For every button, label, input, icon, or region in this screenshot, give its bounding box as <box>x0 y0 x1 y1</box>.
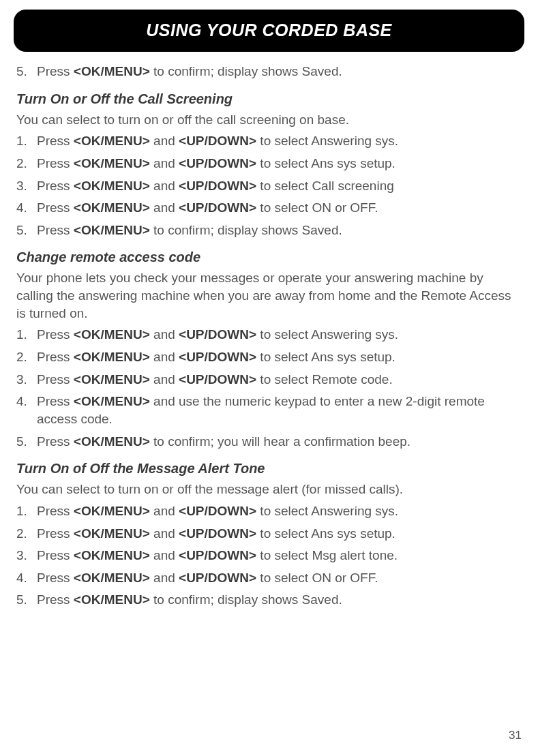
key-updown: <UP/DOWN> <box>179 156 256 170</box>
step-post: to select Remote code. <box>256 372 393 387</box>
step-mid: and <box>150 156 179 170</box>
step-pre: Press <box>37 179 74 193</box>
key-okmenu: <OK/MENU> <box>74 434 150 449</box>
section-intro: Your phone lets you check your messages … <box>16 269 522 322</box>
page-content: 5. Press <OK/MENU> to confirm; display s… <box>14 63 524 609</box>
list-item: Press <OK/MENU> to confirm; you will hea… <box>16 433 522 451</box>
key-okmenu: <OK/MENU> <box>74 526 150 541</box>
step-mid: and <box>150 504 179 518</box>
step-mid: and <box>150 526 179 541</box>
list-item: Press <OK/MENU> and <UP/DOWN> to select … <box>16 371 522 389</box>
step-mid: and <box>150 179 179 193</box>
key-updown: <UP/DOWN> <box>179 372 256 387</box>
key-updown: <UP/DOWN> <box>179 571 256 585</box>
key-updown: <UP/DOWN> <box>179 327 256 342</box>
step-mid: and <box>150 350 179 364</box>
step-text-pre: Press <box>37 64 74 78</box>
list-item: Press <OK/MENU> and use the numeric keyp… <box>16 393 522 427</box>
step-pre: Press <box>37 592 74 607</box>
section-intro: You can select to turn on or off the mes… <box>16 481 522 498</box>
page-number: 31 <box>509 729 522 742</box>
key-okmenu: <OK/MENU> <box>74 394 150 408</box>
steps-list: Press <OK/MENU> and <UP/DOWN> to select … <box>16 132 522 239</box>
step-pre: Press <box>37 223 74 237</box>
steps-list: Press <OK/MENU> and <UP/DOWN> to select … <box>16 502 522 609</box>
continued-step: 5. Press <OK/MENU> to confirm; display s… <box>16 63 522 80</box>
list-item: Press <OK/MENU> to confirm; display show… <box>16 591 522 609</box>
step-number: 5. <box>16 63 27 80</box>
list-item: Press <OK/MENU> and <UP/DOWN> to select … <box>16 569 522 587</box>
list-item: Press <OK/MENU> and <UP/DOWN> to select … <box>16 177 522 195</box>
step-pre: Press <box>37 134 74 148</box>
step-pre: Press <box>37 156 74 170</box>
step-pre: Press <box>37 434 74 449</box>
step-post: to select Msg alert tone. <box>256 548 398 562</box>
step-post: to select Ans sys setup. <box>256 350 395 364</box>
section-heading: Change remote access code <box>16 250 522 265</box>
step-post: to confirm; display shows Saved. <box>150 223 342 237</box>
step-post: to select Answering sys. <box>256 504 398 518</box>
step-mid: and <box>150 548 179 562</box>
key-updown: <UP/DOWN> <box>179 200 256 215</box>
step-post: to select Ans sys setup. <box>256 156 395 170</box>
steps-list: Press <OK/MENU> and <UP/DOWN> to select … <box>16 326 522 450</box>
list-item: Press <OK/MENU> and <UP/DOWN> to select … <box>16 132 522 150</box>
list-item: Press <OK/MENU> and <UP/DOWN> to select … <box>16 525 522 543</box>
key-okmenu: <OK/MENU> <box>74 223 150 237</box>
key-okmenu: <OK/MENU> <box>74 134 150 148</box>
list-item: Press <OK/MENU> and <UP/DOWN> to select … <box>16 155 522 172</box>
step-pre: Press <box>37 200 74 215</box>
key-okmenu: <OK/MENU> <box>74 179 150 193</box>
key-okmenu: <OK/MENU> <box>74 571 150 585</box>
list-item: Press <OK/MENU> and <UP/DOWN> to select … <box>16 547 522 564</box>
section-intro: You can select to turn on or off the cal… <box>16 111 522 129</box>
step-mid: and <box>150 134 179 148</box>
step-post: to select ON or OFF. <box>256 571 378 585</box>
list-item: Press <OK/MENU> and <UP/DOWN> to select … <box>16 326 522 344</box>
list-item: Press <OK/MENU> and <UP/DOWN> to select … <box>16 199 522 217</box>
key-okmenu: <OK/MENU> <box>74 200 150 215</box>
step-mid: and <box>150 327 179 342</box>
key-okmenu: <OK/MENU> <box>74 156 150 170</box>
list-item: Press <OK/MENU> and <UP/DOWN> to select … <box>16 348 522 366</box>
step-pre: Press <box>37 394 74 408</box>
list-item: Press <OK/MENU> and <UP/DOWN> to select … <box>16 502 522 520</box>
step-post: to select Answering sys. <box>256 327 398 342</box>
section-header: USING YOUR CORDED BASE <box>14 10 524 52</box>
key-okmenu: <OK/MENU> <box>74 64 150 78</box>
key-okmenu: <OK/MENU> <box>74 372 150 387</box>
step-pre: Press <box>37 548 74 562</box>
key-okmenu: <OK/MENU> <box>74 504 150 518</box>
section-heading: Turn On of Off the Message Alert Tone <box>16 461 522 477</box>
step-text-post: to confirm; display shows Saved. <box>150 64 342 78</box>
step-pre: Press <box>37 350 74 364</box>
step-post: to confirm; display shows Saved. <box>150 592 342 607</box>
step-pre: Press <box>37 372 74 387</box>
key-updown: <UP/DOWN> <box>179 526 256 541</box>
step-mid: and <box>150 372 179 387</box>
key-updown: <UP/DOWN> <box>179 179 256 193</box>
step-post: to select Call screening <box>256 179 394 193</box>
key-updown: <UP/DOWN> <box>179 548 256 562</box>
step-pre: Press <box>37 327 74 342</box>
step-pre: Press <box>37 526 74 541</box>
step-mid: and <box>150 200 179 215</box>
key-updown: <UP/DOWN> <box>179 350 256 364</box>
step-mid: and <box>150 571 179 585</box>
key-okmenu: <OK/MENU> <box>74 548 150 562</box>
key-updown: <UP/DOWN> <box>179 504 256 518</box>
section-heading: Turn On or Off the Call Screening <box>16 91 522 107</box>
step-post: to select ON or OFF. <box>256 200 378 215</box>
step-post: to confirm; you will hear a confirmation… <box>150 434 410 449</box>
step-post: to select Answering sys. <box>256 134 398 148</box>
key-okmenu: <OK/MENU> <box>74 327 150 342</box>
step-pre: Press <box>37 571 74 585</box>
key-okmenu: <OK/MENU> <box>74 592 150 607</box>
step-pre: Press <box>37 504 74 518</box>
key-okmenu: <OK/MENU> <box>74 350 150 364</box>
step-post: to select Ans sys setup. <box>256 526 395 541</box>
key-updown: <UP/DOWN> <box>179 134 256 148</box>
list-item: Press <OK/MENU> to confirm; display show… <box>16 222 522 239</box>
